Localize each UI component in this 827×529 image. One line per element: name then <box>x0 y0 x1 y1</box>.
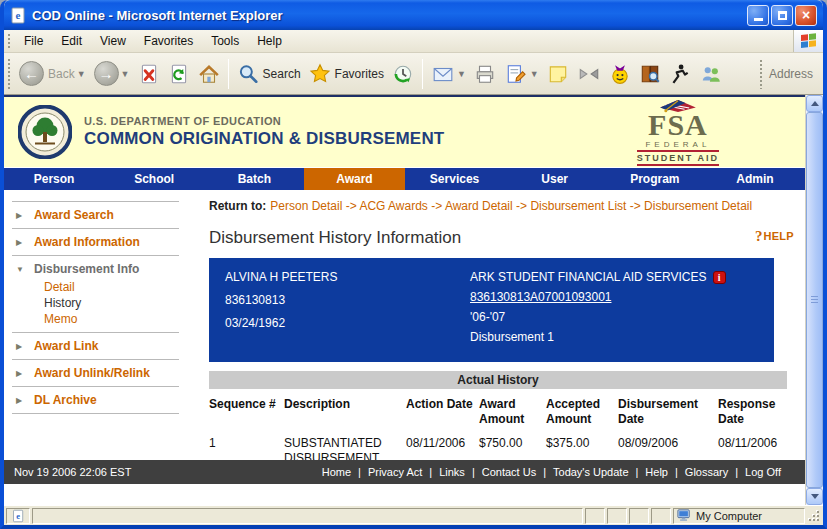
research-button[interactable] <box>635 61 665 87</box>
student-award-panel: ALVINA H PEETERS 836130813 03/24/1962 AR… <box>209 258 774 362</box>
close-icon: × <box>802 8 810 22</box>
footer-link-privacy-act[interactable]: Privacy Act <box>368 466 422 478</box>
sidebar-subitem-memo[interactable]: Memo <box>44 311 201 327</box>
discuss-arrows-icon <box>577 63 601 85</box>
sidebar-item-award-link[interactable]: ▶Award Link <box>4 336 201 356</box>
favorites-button[interactable]: Favorites <box>305 61 388 87</box>
history-button[interactable] <box>388 61 418 87</box>
forward-button[interactable]: → ▼ <box>90 59 134 88</box>
fsa-acronym: FSA <box>637 110 719 140</box>
edit-button[interactable]: ▼ <box>500 61 543 87</box>
scroll-up-button[interactable] <box>806 95 823 112</box>
address-drag-grip[interactable] <box>759 59 764 89</box>
footer-timestamp: Nov 19 2006 22:06 EST <box>14 466 131 478</box>
scroll-down-button[interactable] <box>806 488 823 505</box>
nav-tab-user[interactable]: User <box>505 168 605 190</box>
disbursement-number: Disbursement 1 <box>470 330 726 344</box>
info-icon[interactable]: i <box>713 271 726 284</box>
messenger-button[interactable] <box>695 61 727 87</box>
nav-tab-admin[interactable]: Admin <box>705 168 805 190</box>
award-id-link[interactable]: 836130813A07001093001 <box>470 290 611 304</box>
sidebar-item-award-unlink-relink[interactable]: ▶Award Unlink/Relink <box>4 363 201 383</box>
footer-link-today-s-update[interactable]: Today's Update <box>553 466 628 478</box>
print-button[interactable] <box>470 61 500 87</box>
svg-text:e: e <box>16 511 20 520</box>
menu-help[interactable]: Help <box>248 30 291 52</box>
sidebar-item-disbursement-info[interactable]: ▼Disbursement Info <box>4 259 201 279</box>
search-icon <box>237 63 259 85</box>
refresh-button[interactable] <box>164 61 194 87</box>
table-cell: 1 <box>209 428 284 460</box>
resize-grip[interactable] <box>807 509 821 523</box>
breadcrumb-link-disbursement-detail[interactable]: Disbursement Detail <box>644 199 752 213</box>
footer-link-separator: | <box>422 466 439 478</box>
maximize-button[interactable] <box>771 5 793 26</box>
research-book-icon <box>639 63 661 85</box>
breadcrumb-link-person-detail[interactable]: Person Detail <box>270 199 342 213</box>
sidebar-item-award-search[interactable]: ▶Award Search <box>4 205 201 225</box>
table-row: 1SUBSTANTIATED DISBURSEMENT08/11/2006$75… <box>209 428 787 460</box>
breadcrumb-link-award-detail[interactable]: Award Detail <box>445 199 513 213</box>
ie-page-icon: e <box>10 7 27 24</box>
yahoo-messenger-button[interactable] <box>605 61 635 87</box>
vertical-scrollbar[interactable] <box>805 95 823 505</box>
nav-tab-program[interactable]: Program <box>605 168 705 190</box>
nav-tab-person[interactable]: Person <box>4 168 104 190</box>
scrollbar-thumb[interactable] <box>806 112 823 488</box>
footer-links: Home|Privacy Act|Links|Contact Us|Today'… <box>322 466 795 478</box>
sidebar-separator <box>12 332 179 333</box>
mail-button[interactable]: ▼ <box>427 61 470 87</box>
back-dropdown-icon[interactable]: ▼ <box>77 69 86 79</box>
notes-button[interactable] <box>543 61 573 87</box>
student-dob: 03/24/1962 <box>225 316 470 330</box>
sidebar-subitem-history: History <box>44 295 201 311</box>
menu-view[interactable]: View <box>91 30 135 52</box>
search-button[interactable]: Search <box>233 61 305 87</box>
nav-tab-school[interactable]: School <box>104 168 204 190</box>
nav-tab-services[interactable]: Services <box>405 168 505 190</box>
menu-file[interactable]: File <box>15 30 52 52</box>
toolbar-drag-grip[interactable] <box>7 58 12 90</box>
sidebar-item-dl-archive[interactable]: ▶DL Archive <box>4 390 201 410</box>
close-button[interactable]: × <box>795 5 817 26</box>
menu-tools[interactable]: Tools <box>202 30 248 52</box>
footer-link-log-off[interactable]: Log Off <box>745 466 781 478</box>
mail-dropdown-icon[interactable]: ▼ <box>457 69 466 79</box>
edit-dropdown-icon[interactable]: ▼ <box>530 69 539 79</box>
nav-tab-batch[interactable]: Batch <box>204 168 304 190</box>
menu-drag-grip[interactable] <box>7 33 12 49</box>
browser-toolbar: ← Back ▼ → ▼ <box>4 53 823 95</box>
home-button[interactable] <box>194 61 224 87</box>
aim-button[interactable] <box>665 61 695 87</box>
help-link[interactable]: ? HELP <box>755 228 794 245</box>
sidebar-separator <box>12 255 179 256</box>
footer-link-links[interactable]: Links <box>439 466 465 478</box>
breadcrumb-link-disbursement-list[interactable]: Disbursement List <box>530 199 626 213</box>
table-cell: SUBSTANTIATED DISBURSEMENT <box>284 428 406 460</box>
history-table: Sequence #DescriptionAction DateAward Am… <box>209 393 787 460</box>
student-id: 836130813 <box>225 293 470 307</box>
triangle-right-icon: ▶ <box>16 396 25 405</box>
nav-tab-award[interactable]: Award <box>304 168 404 190</box>
menu-favorites[interactable]: Favorites <box>135 30 202 52</box>
back-button[interactable]: ← Back ▼ <box>15 59 90 88</box>
forward-dropdown-icon[interactable]: ▼ <box>121 69 130 79</box>
footer-link-contact-us[interactable]: Contact Us <box>482 466 536 478</box>
footer-link-help[interactable]: Help <box>645 466 668 478</box>
footer-link-separator: | <box>668 466 685 478</box>
doe-seal-icon <box>18 105 72 159</box>
column-header-accepted-amount: Accepted Amount <box>546 393 618 428</box>
sidebar-separator <box>12 413 179 414</box>
stop-button[interactable] <box>134 61 164 87</box>
discuss-button[interactable] <box>573 61 605 87</box>
breadcrumb-prefix: Return to: <box>209 199 266 213</box>
breadcrumb-link-acg-awards[interactable]: ACG Awards <box>359 199 427 213</box>
minimize-button[interactable] <box>747 5 769 26</box>
breadcrumb-separator: -> <box>626 199 644 213</box>
sidebar-item-award-information[interactable]: ▶Award Information <box>4 232 201 252</box>
footer-link-home[interactable]: Home <box>322 466 351 478</box>
sidebar-subitem-detail[interactable]: Detail <box>44 279 201 295</box>
footer-link-glossary[interactable]: Glossary <box>685 466 728 478</box>
menu-edit[interactable]: Edit <box>52 30 91 52</box>
system-name: COMMON ORIGINATION & DISBURSEMENT <box>84 129 444 149</box>
